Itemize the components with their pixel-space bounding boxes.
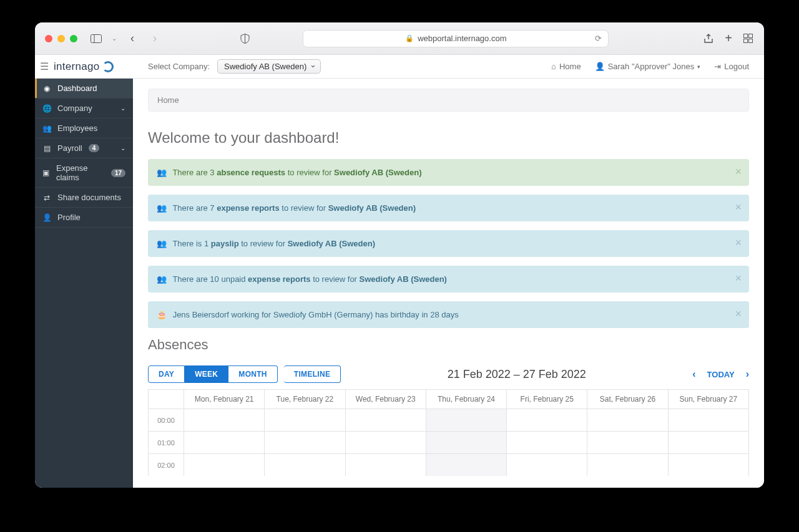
- cake-icon: 🎂: [157, 310, 167, 319]
- hamburger-icon[interactable]: ☰: [40, 60, 49, 72]
- sidebar-item-dashboard[interactable]: ◉ Dashboard: [35, 79, 133, 99]
- view-timeline-button[interactable]: TIMELINE: [284, 365, 341, 383]
- alert-text-bold: expense reports: [217, 203, 279, 213]
- book-icon: ▣: [42, 168, 50, 177]
- maximize-window-button[interactable]: [70, 35, 77, 42]
- alert-payslip[interactable]: 👥 There is 1 payslip to review for Swedi…: [148, 230, 749, 257]
- sidebar-item-profile[interactable]: 👤 Profile: [35, 208, 133, 228]
- view-week-button[interactable]: WEEK: [185, 365, 228, 383]
- alert-expense-reports[interactable]: 👥 There are 7 expense reports to review …: [148, 195, 749, 221]
- calendar-cell[interactable]: [345, 409, 426, 431]
- sidebar-item-expense-claims[interactable]: ▣ Expense claims 17: [35, 158, 133, 188]
- sidebar-item-payroll[interactable]: ▤ Payroll 4 ⌄: [35, 138, 133, 158]
- calendar-cell[interactable]: [587, 454, 667, 476]
- payroll-icon: ▤: [42, 144, 51, 153]
- calendar-cell[interactable]: [587, 432, 667, 453]
- calendar-row: 02:00: [149, 453, 748, 476]
- reload-icon[interactable]: ⟳: [595, 34, 602, 43]
- view-month-button[interactable]: MONTH: [228, 365, 278, 383]
- calendar-cell[interactable]: [184, 454, 264, 476]
- exchange-icon: ⇄: [42, 193, 51, 202]
- calendar-toolbar: DAY WEEK MONTH TIMELINE 21 Feb 2022 – 27…: [148, 365, 749, 383]
- svg-rect-3: [749, 34, 753, 38]
- alert-text-pre: There are 10 unpaid: [172, 274, 248, 284]
- calendar-cell[interactable]: [345, 454, 426, 476]
- calendar-cell[interactable]: [264, 432, 345, 453]
- calendar-cell[interactable]: [184, 409, 264, 431]
- sidebar-item-label: Expense claims: [56, 163, 105, 182]
- close-window-button[interactable]: [45, 35, 52, 42]
- calendar-cell[interactable]: [668, 454, 748, 476]
- chevron-down-icon: ⌄: [120, 105, 125, 112]
- new-tab-icon[interactable]: +: [723, 31, 734, 46]
- page-title: Welcome to your dashboard!: [148, 129, 749, 147]
- day-header: Sat, February 26: [587, 390, 667, 409]
- next-week-button[interactable]: ›: [746, 369, 749, 380]
- calendar-cell[interactable]: [184, 432, 264, 453]
- calendar-cell[interactable]: [587, 409, 667, 431]
- sidebar-toggle-icon[interactable]: [87, 30, 105, 47]
- alert-text-bold: absence requests: [217, 168, 285, 177]
- calendar-cell[interactable]: [345, 432, 426, 453]
- sidebar-item-label: Employees: [57, 123, 97, 133]
- close-icon[interactable]: ×: [735, 236, 742, 249]
- day-header: Thu, February 24: [426, 390, 506, 409]
- user-menu[interactable]: 👤 Sarah "Approver" Jones ▾: [595, 62, 701, 71]
- calendar-cell[interactable]: [506, 454, 587, 476]
- calendar-cell[interactable]: [426, 409, 506, 431]
- alert-unpaid-expense-reports[interactable]: 👥 There are 10 unpaid expense reports to…: [148, 266, 749, 293]
- alert-birthday[interactable]: 🎂 Jens Beiersdorf working for Swediofy G…: [148, 301, 749, 328]
- calendar-cell[interactable]: [668, 409, 748, 431]
- close-icon[interactable]: ×: [735, 201, 742, 214]
- svg-rect-5: [749, 39, 753, 43]
- logo[interactable]: internago: [54, 60, 114, 73]
- alert-absence-requests[interactable]: 👥 There are 3 absence requests to review…: [148, 159, 749, 186]
- time-label: 02:00: [149, 454, 184, 476]
- user-icon: 👤: [42, 213, 51, 222]
- svg-rect-4: [744, 39, 748, 43]
- company-select[interactable]: Swediofy AB (Sweden): [217, 59, 321, 74]
- prev-week-button[interactable]: ‹: [692, 369, 695, 380]
- time-label: 00:00: [149, 409, 184, 431]
- sidebar-item-label: Company: [57, 104, 92, 113]
- home-link[interactable]: ⌂ Home: [551, 62, 581, 71]
- calendar-cell[interactable]: [426, 454, 506, 476]
- close-icon[interactable]: ×: [735, 165, 742, 178]
- expense-badge: 17: [111, 169, 125, 177]
- address-bar[interactable]: 🔒 webportal.internago.com ⟳: [303, 30, 609, 47]
- dashboard-icon: ◉: [42, 84, 51, 93]
- logo-text: internago: [54, 60, 100, 73]
- alert-text-pre: There are 7: [172, 203, 217, 213]
- sidebar-item-company[interactable]: 🌐 Company ⌄: [35, 99, 133, 118]
- calendar-cell[interactable]: [264, 454, 345, 476]
- alert-text-mid: to review for: [280, 203, 328, 213]
- alert-text-bold: expense reports: [248, 274, 310, 284]
- payroll-badge: 4: [89, 144, 100, 152]
- home-label: Home: [559, 62, 581, 71]
- logout-link[interactable]: ⇥ Logout: [714, 62, 749, 71]
- logout-icon: ⇥: [714, 62, 721, 71]
- tabs-grid-icon[interactable]: [743, 31, 754, 46]
- calendar-cell[interactable]: [426, 432, 506, 453]
- view-day-button[interactable]: DAY: [148, 365, 185, 383]
- minimize-window-button[interactable]: [57, 35, 65, 42]
- sidebar-item-share-documents[interactable]: ⇄ Share documents: [35, 188, 133, 208]
- calendar-cell[interactable]: [668, 432, 748, 453]
- calendar-cell[interactable]: [506, 409, 587, 431]
- chevron-down-icon[interactable]: ⌄: [110, 30, 119, 47]
- share-icon[interactable]: [703, 31, 714, 46]
- close-icon[interactable]: ×: [735, 272, 742, 285]
- shield-icon[interactable]: [236, 30, 253, 47]
- back-button[interactable]: ‹: [124, 30, 141, 47]
- alert-text-pre: There is 1: [172, 239, 210, 248]
- calendar-cell[interactable]: [264, 409, 345, 431]
- day-header: Mon, February 21: [184, 390, 264, 409]
- calendar-cell[interactable]: [506, 432, 587, 453]
- sidebar-item-employees[interactable]: 👥 Employees: [35, 118, 133, 138]
- today-button[interactable]: TODAY: [707, 370, 735, 379]
- sidebar-header: ☰ internago: [35, 55, 133, 79]
- content: Home Welcome to your dashboard! 👥 There …: [133, 79, 764, 488]
- close-icon[interactable]: ×: [735, 307, 742, 321]
- company-select-value: Swediofy AB (Sweden): [224, 62, 306, 71]
- users-icon: 👥: [157, 239, 167, 248]
